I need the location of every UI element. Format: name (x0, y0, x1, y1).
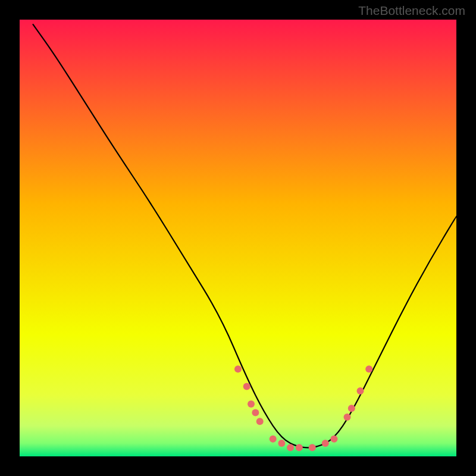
chart-svg (20, 20, 456, 456)
data-marker (248, 400, 255, 408)
data-marker (296, 444, 303, 451)
data-marker (278, 440, 285, 447)
chart-background (20, 20, 456, 456)
data-marker (309, 444, 316, 451)
chart-plot-area (20, 20, 456, 456)
data-marker (348, 405, 355, 412)
data-marker (365, 365, 372, 372)
data-marker (256, 418, 264, 425)
data-marker (322, 440, 329, 447)
data-marker (234, 365, 242, 372)
watermark-text: TheBottleneck.com (358, 4, 465, 18)
data-marker (344, 414, 351, 421)
data-marker (330, 436, 337, 443)
data-marker (270, 436, 277, 443)
data-marker (252, 409, 259, 416)
data-marker (357, 387, 364, 394)
data-marker (287, 444, 294, 451)
data-marker (243, 383, 250, 390)
